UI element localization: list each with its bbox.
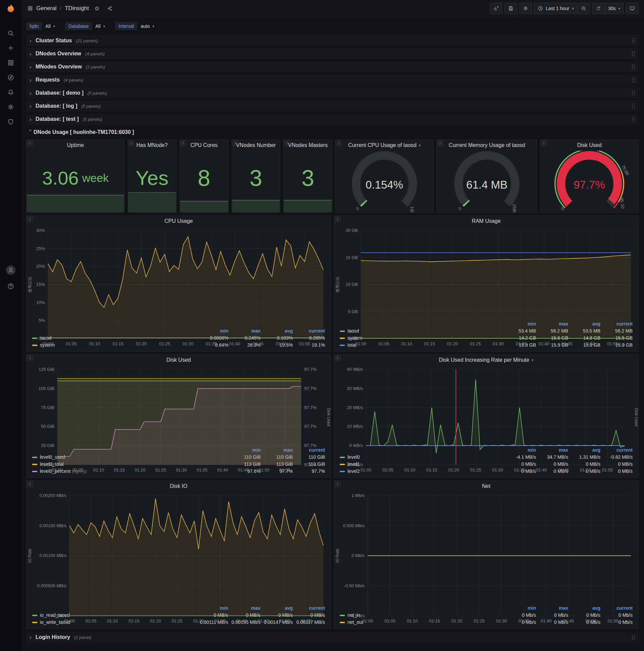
drag-handle-icon[interactable] (631, 51, 635, 57)
drag-handle-icon[interactable] (631, 90, 635, 96)
row-dnode-usage[interactable]: › DNode Usage [ huolinhe-TM1701:6030 ] (26, 126, 639, 138)
svg-text:0.154%: 0.154% (365, 179, 403, 191)
sidebar-item-create[interactable] (3, 43, 18, 53)
gear-icon (523, 6, 528, 11)
help-button[interactable] (3, 281, 18, 291)
variable-value[interactable]: auto▾ (137, 22, 158, 30)
panel-info-icon[interactable]: i (334, 355, 341, 362)
drag-handle-icon[interactable] (631, 634, 635, 640)
topbar-actions: Last 1 hour ▾ 30s ▾ (490, 3, 644, 14)
row-database-log[interactable]: › Database: [ log ] (5 panels) (26, 100, 639, 112)
row-dnodes-overview[interactable]: › DNodes Overview (4 panels) (26, 48, 639, 59)
sidebar-item-dashboards[interactable] (3, 58, 18, 68)
refresh-button[interactable] (592, 3, 605, 14)
favorite-button[interactable] (92, 3, 102, 13)
panel-title[interactable]: Current Memory Usage of taosd (437, 140, 537, 151)
row-panel-count: (1 panel) (74, 635, 91, 640)
panel-title[interactable]: Disk Used (540, 140, 638, 151)
panel-title[interactable]: VNodes Number (232, 140, 281, 151)
panel-title[interactable]: RAM Usage (334, 216, 638, 226)
panel-title[interactable]: Uptime (27, 140, 124, 151)
panel-info-icon[interactable]: i (334, 216, 341, 222)
dashboard-settings-button[interactable] (519, 3, 532, 14)
variable-value[interactable]: All▾ (42, 22, 58, 30)
drag-handle-icon[interactable] (631, 103, 635, 109)
chevron-right-icon: › (30, 38, 36, 43)
panel-title[interactable]: Disk IO (27, 481, 331, 492)
svg-text:40 MB/s: 40 MB/s (347, 367, 363, 372)
ram-usage-graph[interactable]: 01:0001:0501:1001:1501:2001:2501:3001:35… (334, 226, 638, 320)
panel-info-icon[interactable]: i (335, 140, 342, 147)
dashboard-content: fqdn All▾ Database All▾ Interval auto▾ ›… (22, 17, 644, 651)
zoom-out-button[interactable] (577, 3, 590, 14)
add-panel-button[interactable] (490, 3, 503, 14)
chevron-right-icon: › (30, 634, 36, 640)
net-graph[interactable]: 01:0001:0501:1001:1501:2001:2501:3001:35… (334, 492, 638, 605)
user-profile-button[interactable] (3, 265, 18, 275)
panel-info-icon[interactable]: i (27, 140, 33, 147)
svg-text:95.10: 95.10 (619, 197, 625, 209)
panel-title[interactable]: Current CPU Usage of taosd ▾ (335, 140, 433, 151)
panel-title-text: Current CPU Usage of taosd (348, 142, 417, 148)
cycle-view-button[interactable] (626, 3, 639, 14)
disk-io-graph[interactable]: 01:0001:0501:1001:1501:2001:2501:3001:35… (27, 492, 331, 605)
panel-info-icon[interactable]: i (334, 481, 341, 488)
share-button[interactable] (105, 3, 115, 13)
time-range-picker[interactable]: Last 1 hour ▾ (534, 3, 578, 14)
row-cluster-status[interactable]: › Cluster Status (21 panels) (26, 35, 639, 46)
variable-fqdn[interactable]: fqdn All▾ (26, 22, 58, 30)
panel-current-cpu-usage: i Current CPU Usage of taosd ▾ 0.154%010… (335, 140, 434, 213)
panel-title[interactable]: VNodes Masters (283, 140, 332, 151)
panel-info-icon[interactable]: i (437, 140, 443, 147)
row-database-demo[interactable]: › Database: [ demo ] (5 panels) (26, 87, 639, 99)
panel-info-icon[interactable]: i (27, 481, 33, 488)
variable-label: Interval (115, 22, 137, 30)
save-icon (508, 6, 514, 11)
breadcrumb-dashboard[interactable]: TDinsight (65, 5, 89, 12)
panel-info-icon[interactable]: i (180, 140, 187, 147)
panel-title[interactable]: CPU Usage (27, 216, 331, 226)
sidebar-item-server-admin[interactable] (3, 117, 18, 127)
panel-info-icon[interactable]: i (283, 140, 290, 147)
svg-text:01:40: 01:40 (538, 341, 549, 346)
breadcrumb: General / TDinsight (22, 3, 115, 13)
disk-used-graph[interactable]: 01:0001:0501:1001:1501:2001:2501:3001:35… (27, 366, 331, 447)
panel-info-icon[interactable]: i (27, 216, 33, 222)
row-mnodes-overview[interactable]: › MNodes Overview (2 panels) (26, 61, 639, 72)
drag-handle-icon[interactable] (631, 116, 635, 122)
row-requests[interactable]: › Requests (4 panels) (26, 74, 639, 86)
variable-interval[interactable]: Interval auto▾ (115, 22, 158, 30)
sidebar-item-explore[interactable] (3, 72, 18, 83)
save-dashboard-button[interactable] (505, 3, 517, 14)
svg-text:15%: 15% (36, 282, 45, 287)
panel-info-icon[interactable]: i (128, 140, 134, 147)
panel-title[interactable]: Net (334, 481, 638, 492)
svg-text:01:25: 01:25 (474, 618, 485, 623)
panel-info-icon[interactable]: i (540, 140, 547, 147)
cpu-usage-graph[interactable]: 01:0001:0501:1001:1501:2001:2501:3001:35… (27, 226, 331, 328)
drag-handle-icon[interactable] (631, 38, 635, 43)
variable-database[interactable]: Database All▾ (65, 22, 108, 30)
panel-title[interactable]: Has MNode? (128, 140, 176, 151)
sidebar-item-configuration[interactable] (3, 102, 18, 112)
drag-handle-icon[interactable] (631, 77, 635, 83)
drag-handle-icon[interactable] (631, 64, 635, 70)
sidebar-item-alerting[interactable] (3, 87, 18, 97)
disk-rate-graph[interactable]: 01:0001:0501:1001:1501:2001:2501:3001:35… (334, 366, 638, 447)
breadcrumb-folder[interactable]: General (36, 5, 56, 12)
panel-info-icon[interactable]: i (232, 140, 238, 147)
row-database-test[interactable]: › Database: [ test ] (5 panels) (26, 114, 639, 125)
row-login-history[interactable]: › Login History (1 panel) (26, 631, 639, 643)
refresh-controls: 30s ▾ (592, 3, 624, 14)
grafana-logo[interactable] (6, 3, 16, 13)
panel-info-icon[interactable]: i (27, 355, 33, 362)
sidebar (0, 0, 22, 651)
sidebar-item-search[interactable] (3, 28, 18, 38)
refresh-interval-picker[interactable]: 30s ▾ (604, 3, 624, 14)
variable-value[interactable]: All▾ (92, 22, 108, 30)
svg-text:0%: 0% (39, 336, 45, 341)
panel-title[interactable]: Disk Used Increasing Rate per Minute ▾ (334, 355, 638, 366)
shield-icon (7, 119, 14, 125)
panel-title[interactable]: CPU Cores (180, 140, 228, 151)
panel-title[interactable]: Disk Used (27, 355, 331, 366)
